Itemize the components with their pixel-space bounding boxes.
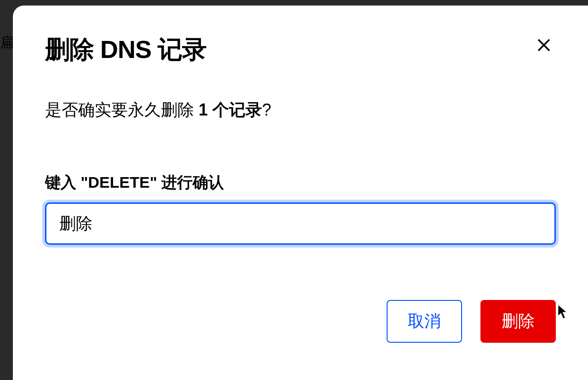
cursor-icon (557, 304, 570, 320)
confirm-prefix: 是否确实要永久删除 (45, 100, 199, 119)
delete-dns-modal: 删除 DNS 记录 是否确实要永久删除 1 个记录? 键入 "DELETE" 进… (13, 6, 588, 380)
delete-button[interactable]: 删除 (480, 300, 556, 343)
close-button[interactable] (532, 33, 556, 57)
cancel-button[interactable]: 取消 (387, 300, 462, 343)
input-wrapper (45, 202, 556, 245)
modal-title: 删除 DNS 记录 (45, 33, 206, 67)
modal-header: 删除 DNS 记录 (45, 33, 556, 67)
button-row: 取消 删除 (45, 300, 556, 343)
confirm-count: 1 个记录 (199, 100, 262, 119)
background-text: 扁 (0, 33, 14, 52)
confirm-message: 是否确实要永久删除 1 个记录? (45, 99, 556, 121)
confirm-input-label: 键入 "DELETE" 进行确认 (45, 172, 556, 193)
confirm-input[interactable] (45, 202, 556, 245)
close-icon (536, 37, 552, 53)
confirm-suffix: ? (262, 100, 271, 119)
